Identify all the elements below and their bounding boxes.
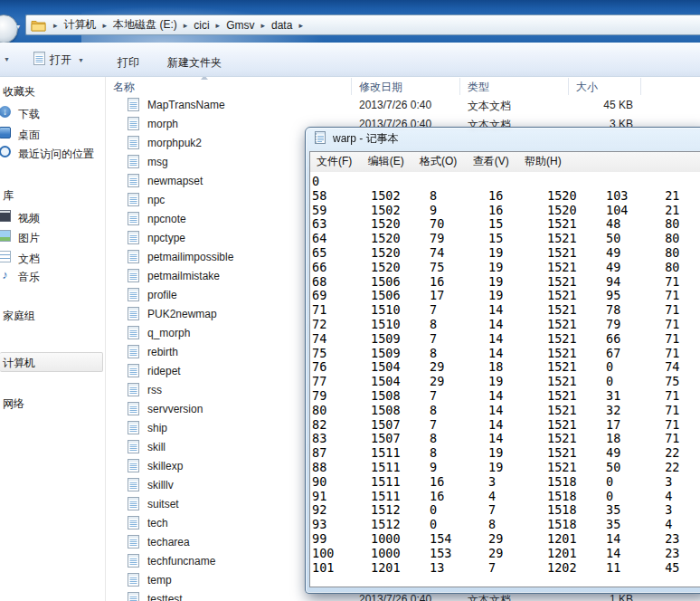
text-document-icon <box>127 439 140 458</box>
file-name: PUK2newmap <box>147 308 217 320</box>
file-name: msg <box>147 156 168 168</box>
breadcrumb-item-gmsv[interactable]: Gmsv <box>225 19 255 32</box>
column-divider[interactable] <box>640 78 641 95</box>
column-header-size[interactable]: 大小 <box>576 80 598 95</box>
breadcrumb-arrow-icon[interactable]: ▸ <box>211 21 226 30</box>
file-name: servversion <box>147 403 203 415</box>
column-divider[interactable] <box>568 78 569 95</box>
file-name: testtest <box>147 593 183 601</box>
sidebar-item-label: 音乐 <box>18 270 40 285</box>
recent-places-icon <box>0 146 11 157</box>
sidebar-group-homegroup[interactable]: 家庭组 <box>3 309 35 324</box>
notepad-title: warp - 记事本 <box>333 131 399 147</box>
file-name: npcnote <box>147 213 186 225</box>
file-name: temp <box>147 574 172 587</box>
back-button[interactable] <box>0 14 18 43</box>
explorer-titlebar[interactable]: ▾ ▸ 计算机 ▸ 本地磁盘 (E:) ▸ cici ▸ Gmsv ▸ data <box>0 0 700 43</box>
text-document-icon <box>127 591 140 601</box>
sidebar-group-libraries[interactable]: 库 <box>3 188 14 204</box>
menu-help[interactable]: 帮助(H) <box>518 152 568 171</box>
folder-icon <box>31 19 46 32</box>
text-document-icon <box>127 192 140 211</box>
screen: ▾ ▸ 计算机 ▸ 本地磁盘 (E:) ▸ cici ▸ Gmsv ▸ data <box>0 0 700 601</box>
file-name: rss <box>147 384 162 396</box>
breadcrumb-arrow-icon[interactable]: ▸ <box>48 21 63 30</box>
file-row[interactable]: MapTransName 2013/7/26 0:40 文本文档 45 KB <box>105 96 700 115</box>
text-document-icon <box>127 458 140 477</box>
sidebar-group-network[interactable]: 网络 <box>3 396 24 412</box>
file-name: npctype <box>147 232 185 244</box>
column-divider[interactable] <box>351 78 352 95</box>
file-name: ridepet <box>147 365 181 377</box>
menu-format[interactable]: 格式(O) <box>413 152 463 171</box>
breadcrumb-arrow-icon[interactable]: ▸ <box>178 21 194 30</box>
file-name: petmailmistake <box>147 270 220 282</box>
text-document-icon <box>127 553 140 572</box>
file-name: techfuncname <box>147 555 215 568</box>
file-name: techarea <box>147 536 190 549</box>
text-document-icon <box>127 515 140 534</box>
documents-icon <box>0 251 11 262</box>
text-document-icon <box>127 306 140 325</box>
text-document-icon <box>127 97 140 116</box>
text-document-icon <box>127 154 140 173</box>
file-name: tech <box>147 517 168 529</box>
sort-ascending-icon <box>201 77 208 80</box>
column-header-name[interactable]: 名称 <box>113 80 135 95</box>
breadcrumb-item-drive-e[interactable]: 本地磁盘 (E:) <box>112 17 178 33</box>
file-name: MapTransName <box>147 99 225 111</box>
dropdown-arrow-icon[interactable]: ▼ <box>4 56 10 62</box>
breadcrumb-item-data[interactable]: data <box>270 19 293 32</box>
menu-edit[interactable]: 编辑(E) <box>362 152 411 171</box>
breadcrumb-item-computer[interactable]: 计算机 <box>63 17 98 33</box>
open-button[interactable]: 打开 ▼ <box>33 50 84 70</box>
dropdown-arrow-icon: ▼ <box>78 57 84 63</box>
text-document-icon <box>127 572 140 591</box>
file-name: npc <box>147 194 165 206</box>
sidebar-group-favorites[interactable]: 收藏夹 <box>3 84 35 100</box>
sidebar-group-computer[interactable]: 计算机 <box>3 356 35 371</box>
history-chevron-icon[interactable]: ▾ <box>16 23 20 31</box>
breadcrumb-item-cici[interactable]: cici <box>193 19 210 32</box>
command-bar: ▼ 打开 ▼ 打印 新建文件夹 <box>0 43 700 77</box>
text-document-icon <box>127 344 140 363</box>
file-date: 2013/7/26 0:40 <box>359 99 431 111</box>
column-divider[interactable] <box>459 78 460 95</box>
open-button-label: 打开 <box>50 52 71 68</box>
file-name: skilllv <box>147 479 174 491</box>
file-name: ship <box>147 422 167 434</box>
sidebar-item-label: 最近访问的位置 <box>18 147 94 162</box>
menu-file[interactable]: 文件(F) <box>310 152 358 171</box>
new-folder-button[interactable]: 新建文件夹 <box>167 55 222 71</box>
print-button[interactable]: 打印 <box>118 55 139 71</box>
navigation-pane: 收藏夹 ↓ 下载 桌面 最近访问的位置 库 视频 图片 <box>0 77 105 601</box>
file-name: skillexp <box>147 460 183 472</box>
music-icon: ♪ <box>0 269 11 281</box>
file-name: newmapset <box>147 175 203 187</box>
file-name: morphpuk2 <box>147 137 202 149</box>
notepad-window: warp - 记事本 文件(F) 编辑(E) 格式(O) 查看(V) 帮助(H)… <box>305 127 700 594</box>
breadcrumb-arrow-icon[interactable]: ▸ <box>98 21 113 30</box>
sidebar-item-label: 下载 <box>18 107 40 122</box>
address-bar[interactable]: ▸ 计算机 ▸ 本地磁盘 (E:) ▸ cici ▸ Gmsv ▸ data ▸ <box>25 14 700 35</box>
desktop-icon <box>0 127 11 138</box>
notepad-icon <box>313 130 327 148</box>
text-document-icon <box>127 230 140 249</box>
notepad-text-area[interactable]: 0 58 1502 8 16 1520 103 21 59 1502 9 16 … <box>310 172 700 587</box>
notepad-titlebar[interactable]: warp - 记事本 <box>306 128 700 150</box>
breadcrumb-arrow-icon[interactable]: ▸ <box>255 21 270 30</box>
text-document-icon <box>127 135 140 154</box>
sidebar-item-label: 图片 <box>18 231 40 246</box>
text-document-icon <box>127 325 140 344</box>
sidebar-item-label: 桌面 <box>18 128 40 143</box>
menu-view[interactable]: 查看(V) <box>467 152 516 171</box>
file-name: skill <box>147 441 166 453</box>
text-document-icon <box>127 382 140 401</box>
column-header-date[interactable]: 修改日期 <box>359 80 402 95</box>
column-header-type[interactable]: 类型 <box>468 80 489 95</box>
text-document-icon <box>127 268 140 287</box>
file-name: petmailimpossible <box>147 251 233 263</box>
text-document-icon <box>127 287 140 306</box>
file-name: q_morph <box>147 327 190 339</box>
breadcrumb-arrow-icon[interactable]: ▸ <box>293 21 308 30</box>
